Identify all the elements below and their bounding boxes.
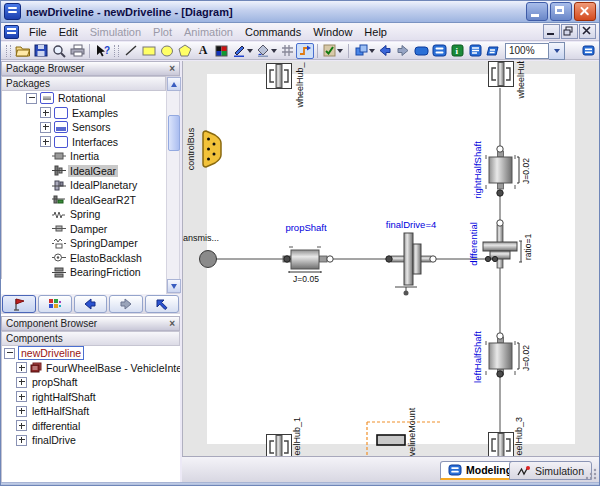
resize-grip[interactable] [585,468,597,480]
component-item-fourwheelbase[interactable]: FourWheelBase - VehicleInterfaces.Dri... [2,361,180,376]
component-item-righthalfshaft[interactable]: rightHalfShaft [2,390,180,405]
component-item-lefthalfshaft[interactable]: leftHalfShaft [2,404,180,419]
component-item-propshaft[interactable]: propShaft [2,375,180,390]
minimize-button[interactable] [526,2,548,21]
documentation-button[interactable] [466,43,484,59]
polygon-tool-button[interactable] [176,43,194,59]
open-button[interactable] [14,43,32,59]
history-back-button[interactable] [74,295,108,313]
component-transmission-connector[interactable] [200,251,217,268]
line-color-button[interactable] [230,43,254,59]
menu-window[interactable]: Window [307,24,358,40]
connect-mode-button[interactable] [296,43,314,59]
scroll-down-button[interactable] [167,279,181,293]
text-tool-button[interactable]: A [194,43,212,59]
component-lefthalfshaft[interactable] [486,333,519,377]
package-browser-close-icon[interactable]: × [169,64,175,74]
mdi-restore-button[interactable] [561,24,578,39]
toolbar-handle[interactable] [114,45,119,57]
connection-wires[interactable] [216,88,500,432]
rectangle-tool-button[interactable] [140,43,158,59]
component-item-finaldrive[interactable]: finalDrive [2,433,180,448]
info-button[interactable]: i [448,43,466,59]
component-wheelhub-3[interactable] [489,433,514,457]
menu-help[interactable]: Help [358,24,393,40]
ellipse-tool-button[interactable] [158,43,176,59]
diagram-canvas-area[interactable]: controlBus wheelHub_ wheelHub_ ansmis...… [182,61,599,456]
show-components-button[interactable] [38,295,72,313]
forward-button[interactable] [394,43,412,59]
toolbar-handle[interactable] [6,45,11,57]
expand-icon[interactable] [40,122,51,133]
expand-icon[interactable] [16,435,27,446]
package-item-interfaces[interactable]: Interfaces [2,135,166,150]
component-propshaft[interactable] [283,247,333,273]
scrollbar-thumb[interactable] [168,115,180,151]
check-model-button[interactable] [321,43,345,59]
package-item-rotational[interactable]: Rotational [2,91,166,106]
expand-icon[interactable] [16,406,27,417]
instantiate-button[interactable] [352,43,376,59]
save-button[interactable] [32,43,50,59]
package-item-idealgearr2t[interactable]: IdealGearR2T [2,193,166,208]
component-wheelhub-top-left[interactable] [267,64,292,89]
component-browser-close-icon[interactable]: × [169,319,175,329]
expand-icon[interactable] [16,362,27,373]
document-icon[interactable] [4,25,19,39]
expand-icon[interactable] [16,391,27,402]
variables-button[interactable] [484,43,502,59]
package-item-damper[interactable]: Damper [2,222,166,237]
mdi-minimize-button[interactable] [543,24,560,39]
component-item-differential[interactable]: differential [2,419,180,434]
menu-file[interactable]: File [23,24,53,40]
tab-simulation[interactable]: Simulation [509,461,592,480]
window-list-button[interactable] [579,43,597,59]
component-finaldrive[interactable] [386,233,436,296]
component-wheelhub-1[interactable] [267,435,292,457]
package-item-idealgear[interactable]: IdealGear [2,164,166,179]
components-column-header[interactable]: Components [1,331,180,346]
go-to-parent-button[interactable] [145,295,179,313]
package-item-idealplanetary[interactable]: IdealPlanetary [2,178,166,193]
color-picker-button[interactable] [212,43,230,59]
component-differential[interactable] [483,220,522,268]
history-forward-button[interactable] [109,295,143,313]
package-item-sensors[interactable]: Sensors [2,120,166,135]
package-item-elastobacklash[interactable]: ElastoBacklash [2,251,166,266]
component-righthalfshaft[interactable] [486,146,519,196]
context-help-button[interactable]: ? [93,43,111,59]
back-button[interactable] [376,43,394,59]
component-mode-button[interactable] [412,43,430,59]
show-libraries-button[interactable] [2,295,36,313]
expand-icon[interactable] [40,107,51,118]
component-drivelinemount[interactable] [367,422,442,456]
maximize-button[interactable] [550,2,572,21]
component-wheelhub-top-right[interactable] [489,62,514,87]
menu-edit[interactable]: Edit [53,24,84,40]
component-item-newdriveline[interactable]: newDriveline [2,346,180,361]
zoom-level-value[interactable]: 100% [505,43,549,59]
expand-icon[interactable] [16,377,27,388]
modeling-mode-button[interactable] [430,43,448,59]
package-item-inertia[interactable]: Inertia [2,149,166,164]
menu-commands[interactable]: Commands [239,24,307,40]
zoom-level-combo[interactable]: 100% [505,42,565,60]
expand-icon[interactable] [16,420,27,431]
fill-color-button[interactable] [254,43,278,59]
component-controlbus[interactable] [203,131,221,167]
line-tool-button[interactable] [122,43,140,59]
expand-icon[interactable] [40,136,51,147]
zoom-dropdown-button[interactable] [549,42,565,60]
collapse-icon[interactable] [4,348,15,359]
mdi-close-button[interactable] [579,24,596,39]
packages-column-header[interactable]: Packages [1,76,166,91]
print-button[interactable] [68,43,86,59]
collapse-icon[interactable] [26,93,37,104]
grid-button[interactable] [278,43,296,59]
package-item-springdamper[interactable]: SpringDamper [2,236,166,251]
zoom-button[interactable] [50,43,68,59]
package-item-bearingfriction[interactable]: BearingFriction [2,265,166,279]
scroll-up-button[interactable] [167,77,181,91]
package-item-examples[interactable]: Examples [2,106,166,121]
package-item-spring[interactable]: Spring [2,207,166,222]
